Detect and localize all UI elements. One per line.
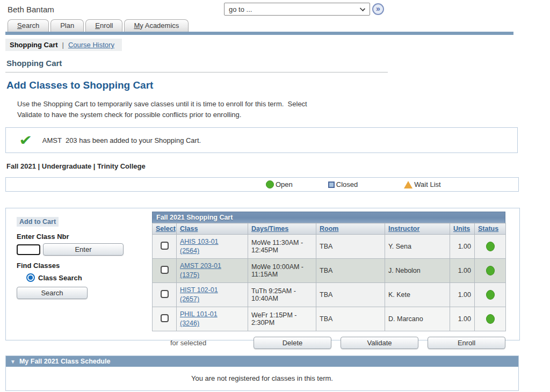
days-times: WeFr 1:15PM - 2:30PM (251, 311, 297, 326)
column-days-times[interactable]: Days/Times (251, 225, 288, 233)
instructor: K. Kete (388, 291, 410, 299)
cart-grid-title: Fall 2021 Shopping Cart (152, 212, 505, 223)
term-info: Fall 2021 | Undergraduate | Trinity Coll… (6, 162, 550, 170)
tab-my-academics-label: y Academics (140, 21, 179, 30)
row-checkbox[interactable] (161, 314, 169, 322)
enroll-button[interactable]: Enroll (428, 337, 505, 349)
for-selected-label: for selected (170, 339, 206, 347)
instructions-text: Use the Shopping Cart to temporarily sav… (17, 99, 361, 120)
waitlist-status-icon (404, 181, 412, 188)
divider (5, 72, 388, 72)
subnav-shopping-cart: Shopping Cart (10, 41, 58, 49)
column-units[interactable]: Units (453, 225, 470, 233)
class-code: AMST 203-01 (180, 262, 244, 271)
class-search-radio-row: Class Search (26, 273, 148, 282)
shopping-cart-table: Select Class Days/Times Room Instructor … (152, 223, 506, 331)
room: TBA (320, 243, 332, 250)
goto-select[interactable]: go to ... (224, 3, 370, 16)
legend-closed: Closed (328, 180, 358, 188)
tab-underline-bar (5, 32, 513, 35)
class-code: HIST 102-01 (180, 286, 244, 295)
row-checkbox[interactable] (161, 242, 169, 250)
table-row: AHIS 103-01(2564) MoWe 11:30AM - 12:45PM… (153, 235, 506, 259)
page-title: Shopping Cart (6, 59, 550, 68)
room: TBA (320, 267, 332, 274)
radio-dot-icon (28, 275, 33, 280)
legend-open: Open (266, 180, 293, 188)
column-select[interactable]: Select (156, 225, 176, 233)
page: Beth Bantam go to ... » Search Plan Enro… (0, 0, 550, 392)
tab-search-accesskey: S (17, 21, 22, 30)
go-button[interactable]: » (372, 3, 384, 15)
main-title: Add Classes to Shopping Cart (6, 79, 550, 91)
table-row: HIST 102-01(2657) TuTh 9:25AM - 10:40AM … (153, 283, 506, 307)
open-status-icon (266, 180, 274, 188)
tab-enroll-accesskey: E (95, 21, 100, 30)
class-schedule-header[interactable]: ▼ My Fall 2021 Class Schedule (6, 356, 518, 367)
tab-my-academics[interactable]: My Academics (124, 19, 189, 32)
units: 1.00 (458, 243, 471, 250)
class-nbr: (2657) (180, 295, 244, 304)
class-link[interactable]: AMST 203-01(1375) (180, 262, 244, 280)
class-nbr-input[interactable] (17, 244, 40, 255)
subnav-separator: | (62, 41, 64, 49)
double-chevron-icon: » (376, 5, 380, 12)
class-search-radio[interactable] (26, 273, 35, 282)
shopping-cart-panel: Add to Cart Enter Class Nbr Enter Find C… (5, 208, 520, 340)
collapse-triangle-icon: ▼ (10, 359, 16, 365)
goto-select-value: go to ... (229, 5, 252, 13)
room: TBA (320, 315, 332, 323)
row-checkbox[interactable] (161, 290, 169, 298)
class-nbr: (1375) (180, 271, 244, 280)
units: 1.00 (458, 267, 471, 274)
open-status-icon (486, 290, 495, 300)
class-nbr: (2564) (180, 246, 244, 256)
subnav-course-history-link[interactable]: Course History (68, 41, 114, 49)
column-status[interactable]: Status (478, 225, 498, 233)
units: 1.00 (458, 315, 471, 323)
cart-actions-row: for selected Delete Validate Enroll (152, 337, 505, 349)
validate-button[interactable]: Validate (341, 337, 418, 349)
class-link[interactable]: AHIS 103-01(2564) (180, 237, 244, 256)
closed-status-icon (328, 182, 335, 188)
class-schedule-title: My Fall 2021 Class Schedule (19, 358, 111, 365)
table-header-row: Select Class Days/Times Room Instructor … (153, 223, 506, 235)
class-code: AHIS 103-01 (180, 237, 244, 246)
tab-enroll-label: nroll (100, 21, 113, 30)
legend-closed-label: Closed (336, 180, 358, 188)
class-code: PHIL 101-01 (180, 310, 244, 319)
units: 1.00 (458, 291, 471, 299)
tab-search[interactable]: Search (8, 19, 49, 32)
delete-button[interactable]: Delete (254, 337, 331, 349)
cart-grid-area: Fall 2021 Shopping Cart Select Class Day… (152, 212, 505, 349)
tab-plan-label: Plan (60, 21, 74, 30)
row-checkbox[interactable] (161, 266, 169, 274)
table-row: PHIL 101-01(3246) WeFr 1:15PM - 2:30PM T… (153, 307, 506, 331)
open-status-icon (486, 242, 495, 251)
success-message-text: AMST 203 has been added to your Shopping… (42, 136, 201, 144)
enter-class-nbr-label: Enter Class Nbr (17, 233, 148, 241)
instructor: J. Nebolon (388, 267, 421, 274)
search-button[interactable]: Search (17, 287, 88, 299)
find-classes-label: Find Classes (17, 262, 148, 270)
enter-button[interactable]: Enter (43, 243, 124, 256)
room: TBA (320, 291, 332, 299)
add-to-cart-panel: Add to Cart Enter Class Nbr Enter Find C… (17, 217, 148, 299)
class-link[interactable]: PHIL 101-01(3246) (180, 310, 244, 328)
tab-enroll[interactable]: Enroll (85, 19, 122, 32)
legend-open-label: Open (276, 180, 293, 188)
column-class[interactable]: Class (180, 225, 198, 233)
days-times: TuTh 9:25AM - 10:40AM (251, 287, 296, 302)
days-times: MoWe 11:30AM - 12:45PM (251, 239, 303, 254)
class-nbr-row: Enter (17, 243, 148, 256)
status-legend: Open Closed Wait List (5, 177, 519, 192)
column-room[interactable]: Room (320, 225, 338, 233)
user-name: Beth Bantam (8, 5, 54, 14)
class-link[interactable]: HIST 102-01(2657) (180, 286, 244, 304)
tab-plan[interactable]: Plan (50, 19, 84, 32)
tab-bar: Search Plan Enroll My Academics (0, 19, 550, 32)
instructor: Y. Sena (388, 243, 411, 250)
column-instructor[interactable]: Instructor (388, 225, 419, 233)
legend-waitlist-label: Wait List (414, 180, 440, 188)
open-status-icon (486, 266, 495, 275)
